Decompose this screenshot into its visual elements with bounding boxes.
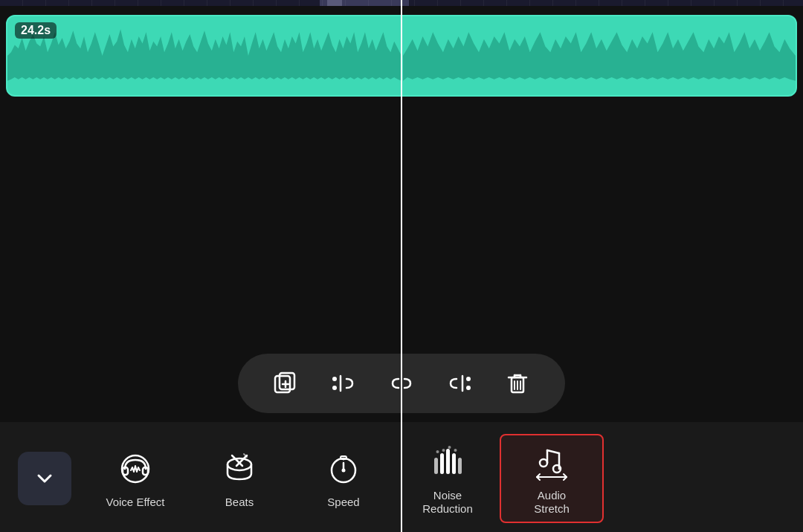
svg-line-46 bbox=[547, 450, 559, 453]
waveform-svg bbox=[7, 16, 796, 95]
voice-effect-menu-item[interactable]: Voice Effect bbox=[83, 442, 187, 515]
timeline-area: 24.2s bbox=[0, 6, 803, 103]
svg-rect-1 bbox=[320, 0, 409, 6]
svg-point-14 bbox=[466, 386, 471, 390]
copy-button[interactable] bbox=[268, 366, 303, 401]
audio-timestamp: 24.2s bbox=[15, 22, 57, 39]
speed-menu-item[interactable]: Speed bbox=[291, 442, 396, 515]
voice-effect-label: Voice Effect bbox=[106, 496, 165, 509]
beats-icon bbox=[219, 448, 260, 490]
app-layout: 24.2s bbox=[0, 0, 803, 532]
svg-point-13 bbox=[466, 377, 471, 381]
svg-point-40 bbox=[436, 450, 439, 453]
svg-rect-2 bbox=[327, 0, 342, 6]
svg-rect-44 bbox=[540, 459, 547, 467]
svg-point-26 bbox=[228, 458, 251, 470]
speed-label: Speed bbox=[327, 496, 359, 509]
audio-stretch-label: Audio Stretch bbox=[534, 489, 570, 516]
svg-point-43 bbox=[454, 449, 457, 452]
delete-button[interactable] bbox=[500, 366, 535, 401]
voice-effect-icon bbox=[115, 448, 156, 490]
svg-rect-37 bbox=[446, 449, 450, 474]
audio-track: 24.2s bbox=[6, 15, 797, 97]
beats-menu-item[interactable]: Beats bbox=[187, 442, 291, 515]
audio-stretch-menu-item[interactable]: Audio Stretch bbox=[500, 434, 604, 523]
noise-reduction-label: Noise Reduction bbox=[422, 489, 473, 516]
svg-rect-35 bbox=[434, 458, 438, 474]
collapse-button[interactable] bbox=[18, 452, 71, 505]
svg-rect-36 bbox=[440, 453, 444, 474]
bottom-menu: Voice Effect Beats bbox=[0, 422, 803, 532]
split-button[interactable] bbox=[384, 366, 419, 401]
speed-icon bbox=[323, 448, 364, 490]
top-image-strip bbox=[0, 0, 803, 6]
svg-line-29 bbox=[244, 454, 247, 457]
toolbar bbox=[238, 354, 565, 413]
trim-left-button[interactable] bbox=[326, 366, 361, 401]
middle-area bbox=[0, 103, 803, 422]
svg-rect-38 bbox=[452, 453, 456, 474]
audio-stretch-icon bbox=[531, 441, 573, 483]
toolbar-container bbox=[0, 345, 803, 422]
svg-point-32 bbox=[342, 469, 346, 473]
svg-rect-0 bbox=[0, 0, 803, 6]
svg-point-42 bbox=[442, 449, 445, 452]
svg-point-41 bbox=[448, 446, 451, 449]
svg-point-10 bbox=[332, 386, 337, 390]
noise-reduction-icon bbox=[427, 441, 468, 483]
svg-point-9 bbox=[332, 377, 337, 381]
noise-reduction-menu-item[interactable]: Noise Reduction bbox=[396, 435, 500, 522]
trim-right-button[interactable] bbox=[442, 366, 477, 401]
beats-label: Beats bbox=[225, 496, 254, 509]
svg-rect-39 bbox=[458, 458, 462, 474]
